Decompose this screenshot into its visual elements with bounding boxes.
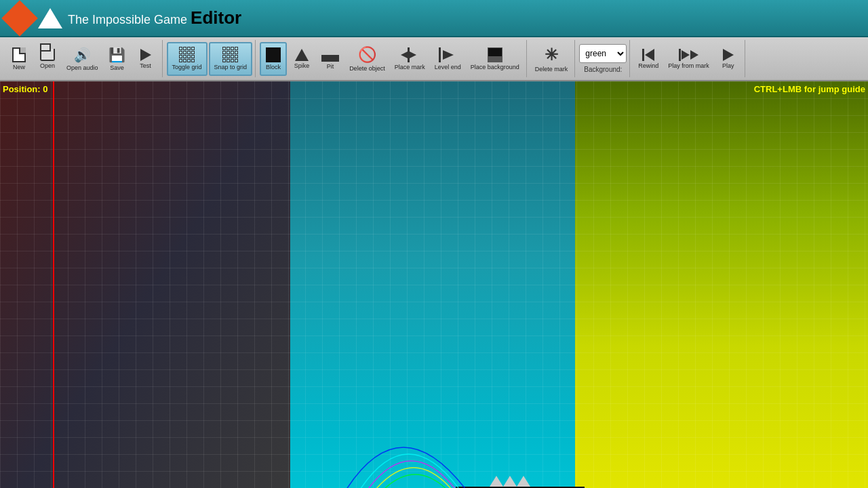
place-background-button[interactable]: Place background — [467, 42, 524, 76]
open-button[interactable]: Open — [34, 42, 61, 76]
new-label: New — [13, 64, 25, 70]
spike-label: Spike — [294, 62, 310, 69]
spike-button[interactable]: Spike — [288, 42, 315, 76]
pit-icon — [321, 48, 339, 62]
level-end-label: Level end — [435, 64, 461, 70]
toggle-grid-icon — [179, 47, 195, 62]
delete-object-button[interactable]: 🚫 Delete object — [345, 42, 389, 76]
pit-label: Pit — [327, 63, 334, 70]
rewind-button[interactable]: Rewind — [634, 42, 663, 76]
background-selector-group: green blue yellow red Background: — [576, 40, 630, 77]
new-icon — [12, 47, 26, 62]
place-background-icon — [488, 47, 502, 62]
test-label: Test — [140, 62, 151, 69]
logo-triangle — [38, 8, 62, 28]
grid-tools-group: Toggle grid Snap to grid — [164, 40, 256, 77]
place-mark-label: Place mark — [395, 64, 425, 70]
save-icon: 💾 — [108, 47, 125, 63]
rewind-icon — [642, 49, 654, 61]
asterisk-icon: ✳ — [545, 45, 558, 64]
place-background-label: Place background — [471, 64, 519, 70]
position-label: Position: 0 — [3, 84, 47, 94]
level-end-icon — [439, 47, 456, 62]
block-icon — [266, 47, 281, 62]
object-tools-group: Block Spike Pit 🚫 Delete object — [257, 40, 527, 77]
new-button[interactable]: New — [5, 42, 33, 76]
play-icon — [723, 49, 734, 61]
logo: The Impossible Game Editor — [7, 5, 241, 31]
place-mark-button[interactable]: Place mark — [391, 42, 429, 76]
file-tools-group: New Open 🔊 Open audio 💾 Save Test — [3, 40, 163, 77]
speaker-icon: 🔊 — [74, 47, 91, 63]
background-label: Background: — [584, 66, 622, 73]
save-button[interactable]: 💾 Save — [104, 42, 131, 76]
open-folder-icon — [40, 49, 55, 61]
toolbar: New Open 🔊 Open audio 💾 Save Test — [0, 37, 868, 81]
position-line — [53, 81, 54, 488]
level-end-button[interactable]: Level end — [431, 42, 465, 76]
open-label: Open — [40, 62, 55, 69]
background-select[interactable]: green blue yellow red — [579, 44, 627, 63]
app-title: The Impossible Game Editor — [68, 7, 241, 28]
open-audio-label: Open audio — [66, 64, 98, 71]
play-button[interactable]: Play — [715, 42, 742, 76]
jump-arcs — [285, 400, 590, 488]
snap-to-grid-button[interactable]: Snap to grid — [209, 42, 253, 76]
toggle-grid-button[interactable]: Toggle grid — [167, 42, 208, 76]
game-title-text: The Impossible Game — [68, 13, 187, 26]
save-label: Save — [110, 64, 124, 71]
snap-to-grid-icon — [222, 47, 238, 62]
block-button[interactable]: Block — [260, 42, 287, 76]
editor-label: Editor — [191, 7, 241, 28]
open-audio-button[interactable]: 🔊 Open audio — [62, 42, 102, 76]
delete-mark-label: Delete mark — [535, 66, 568, 73]
mark-tools-group: ✳ Delete mark — [528, 40, 576, 77]
titlebar: The Impossible Game Editor — [0, 0, 868, 37]
hint-label: CTRL+LMB for jump guide — [754, 84, 865, 94]
test-icon — [140, 49, 151, 61]
play-from-mark-button[interactable]: Play from mark — [664, 42, 713, 76]
place-mark-icon — [401, 47, 418, 62]
snap-to-grid-label: Snap to grid — [214, 64, 248, 70]
play-from-mark-label: Play from mark — [668, 62, 709, 69]
delete-object-icon: 🚫 — [358, 46, 376, 64]
logo-diamond — [1, 0, 38, 36]
play-from-mark-icon — [679, 49, 698, 61]
delete-mark-button[interactable]: ✳ Delete mark — [531, 42, 572, 76]
test-button[interactable]: Test — [132, 42, 159, 76]
playback-group: Rewind Play from mark Play — [631, 40, 745, 77]
play-label: Play — [722, 62, 734, 69]
pit-button[interactable]: Pit — [317, 42, 344, 76]
canvas-area[interactable]: Position: 0 CTRL+LMB for jump guide — [0, 81, 868, 488]
rewind-label: Rewind — [638, 62, 658, 69]
delete-object-label: Delete object — [349, 65, 385, 72]
spike-icon — [295, 49, 309, 61]
block-label: Block — [266, 64, 281, 70]
toggle-grid-label: Toggle grid — [172, 64, 202, 70]
